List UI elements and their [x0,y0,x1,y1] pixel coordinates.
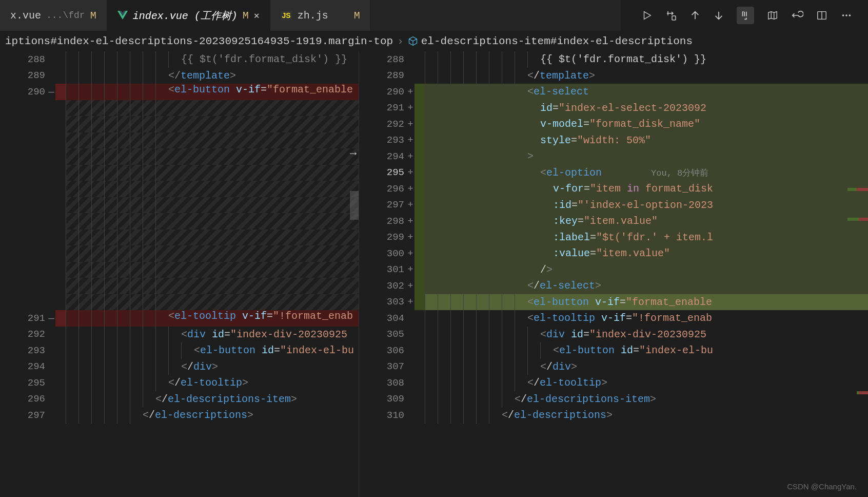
javascript-icon: JS [281,11,292,20]
code-line[interactable]: 305 <div id="index-div-20230925 [359,327,868,343]
arrow-down-icon[interactable] [713,10,724,21]
more-icon[interactable] [840,10,853,21]
tab-bar: x.vue ...\fdr M index.vue (工作树) M ✕ JS z… [0,0,868,31]
tab-zhjs[interactable]: JS zh.js M [270,0,371,31]
close-icon[interactable]: ✕ [254,10,260,21]
diff-filler [0,132,359,149]
diff-filler [0,230,359,246]
svg-rect-0 [672,16,676,20]
svg-point-4 [849,14,851,16]
code-line-added[interactable]: 302+ </el-select> [359,278,868,294]
code-line[interactable]: 310 </el-descriptions> [359,407,868,424]
symbol-icon [408,36,418,46]
map-icon[interactable] [766,10,779,21]
code-line[interactable]: 293 <el-button id="index-el-bu [0,342,359,359]
code-line-added[interactable]: 296+ v-for="item in format_disk [359,181,868,197]
code-line-added[interactable]: 293+ style="width: 50%" [359,132,868,149]
vue-icon [117,11,128,20]
svg-point-3 [845,14,847,16]
code-line-added[interactable]: 292+ v-model="format_disk_name" [359,116,868,132]
code-line-added[interactable]: 301+ /> [359,262,868,278]
breadcrumb[interactable]: iptions#index-el-descriptions-2023092516… [0,31,868,51]
diff-filler [0,262,359,278]
diff-pane-original[interactable]: 288 {{ $t('fdr.format_disk') }} 289 </te… [0,51,359,497]
code-line-added[interactable]: 294+ > [359,148,868,165]
code-line-added[interactable]: 303+ <el-button v-if="format_enable [359,294,868,311]
code-line[interactable]: 297 </el-descriptions> [0,407,359,424]
tab-xvue[interactable]: x.vue ...\fdr M [0,0,107,31]
code-line-added[interactable]: 300+ :value="item.value" [359,245,868,262]
code-line[interactable]: 289 </template> [0,68,359,84]
code-line[interactable]: 296 </el-descriptions-item> [0,391,359,408]
code-line[interactable]: 288 {{ $t('fdr.format_disk') }} [359,51,868,68]
scrollbar-thumb[interactable] [350,191,359,220]
code-line[interactable]: 288 {{ $t('fdr.format_disk') }} [0,51,359,68]
code-line[interactable]: 292 <div id="index-div-20230925 [0,327,359,343]
code-line[interactable]: 307 </div> [359,359,868,375]
code-line[interactable]: 304 <el-tooltip v-if="!format_enab [359,310,868,327]
diff-filler [0,148,359,165]
chevron-right-icon: › [397,35,404,47]
code-line[interactable]: 306 <el-button id="index-el-bu [359,342,868,359]
code-line-removed[interactable]: 290— <el-button v-if="format_enable [0,84,359,100]
watermark: CSDN @ChangYan. [787,482,857,491]
whitespace-icon[interactable] [737,7,754,24]
revert-icon[interactable] [791,10,803,21]
minimap[interactable] [847,51,868,497]
diff-filler [0,294,359,311]
code-line-added[interactable]: 298+ :key="item.value" [359,213,868,230]
code-line[interactable]: 289 </template> [359,68,868,84]
transfer-arrow-icon[interactable]: → [350,147,357,160]
run-icon[interactable] [641,10,653,21]
diff-filler [0,278,359,294]
code-line-added[interactable]: 291+ id="index-el-select-2023092 [359,100,868,117]
diff-filler [0,116,359,132]
diff-editor: 288 {{ $t('fdr.format_disk') }} 289 </te… [0,51,868,497]
code-line[interactable]: 308 </el-tooltip> [359,375,868,391]
swap-icon[interactable] [665,9,677,22]
tab-indexvue[interactable]: index.vue (工作树) M ✕ [107,0,270,31]
code-line-added[interactable]: 297+ :id="'index-el-option-2023 [359,197,868,214]
code-line[interactable]: 295 </el-tooltip> [0,375,359,391]
code-line-added[interactable]: 290+ <el-select [359,84,868,100]
svg-point-2 [842,14,844,16]
code-line[interactable]: 309 </el-descriptions-item> [359,391,868,408]
code-line-added[interactable]: 295+ <el-option You, 8分钟前 [359,165,868,181]
diff-filler [0,165,359,181]
split-icon[interactable] [816,10,828,21]
arrow-up-icon[interactable] [689,10,701,21]
diff-filler [0,181,359,197]
code-line[interactable]: 294 </div> [0,359,359,375]
diff-filler [0,245,359,262]
diff-filler [0,213,359,230]
code-line-added[interactable]: 299+ :label="$t('fdr.' + item.l [359,230,868,246]
diff-filler [0,197,359,214]
diff-filler [0,100,359,117]
code-line-removed[interactable]: 291— <el-tooltip v-if="!format_enab [0,310,359,327]
diff-pane-modified[interactable]: 288 {{ $t('fdr.format_disk') }} 289 </te… [359,51,868,497]
editor-toolbar [621,0,868,31]
